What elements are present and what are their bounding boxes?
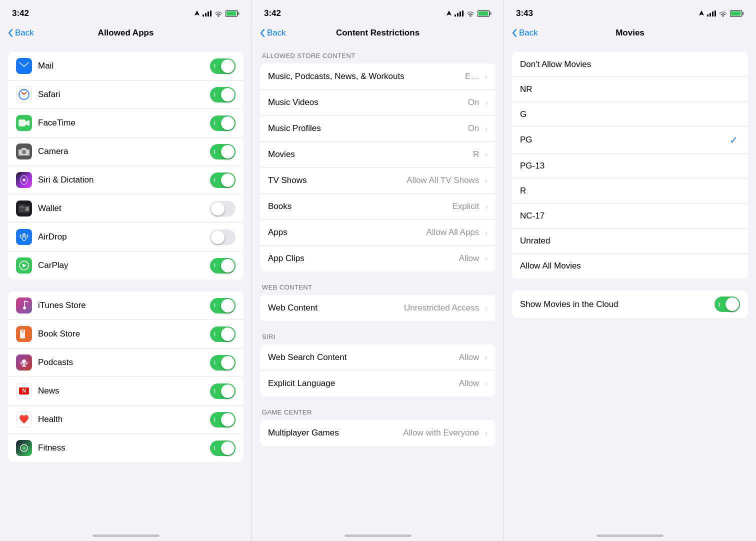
back-chevron-3 [512,29,517,37]
web-content-list: Web Content Unrestricted Access › [260,295,496,321]
core-apps-list: Mail I Safari I [8,52,244,280]
music-profiles-label: Music Profiles [268,124,468,134]
facetime-toggle[interactable]: I [210,116,236,131]
svg-rect-36 [490,12,492,15]
airdrop-toggle[interactable] [210,230,236,245]
list-item[interactable]: TV Shows Allow All TV Shows › [260,168,496,194]
siri-list: Web Search Content Allow › Explicit Lang… [260,344,496,396]
list-item[interactable]: Music Videos On › [260,90,496,116]
mail-label: Mail [38,61,210,71]
list-item: Wallet [8,194,244,223]
mail-icon [16,58,32,74]
news-toggle[interactable]: I [210,384,236,399]
allow-all-label: Allow All Movies [520,261,740,271]
apps-value: Allow All Apps [426,228,479,238]
list-item[interactable]: Music, Podcasts, News, & Workouts E… › [260,64,496,90]
back-chevron-2 [260,29,265,37]
svg-rect-40 [712,12,714,16]
health-toggle[interactable]: I [210,412,236,428]
back-button-1[interactable]: Back [8,28,34,38]
list-item[interactable]: R [512,178,748,204]
content-2: ALLOWED STORE CONTENT Music, Podcasts, N… [252,44,504,524]
store-content-list: Music, Podcasts, News, & Workouts E… › M… [260,64,496,272]
signal-icon-1 [202,10,212,16]
airdrop-label: AirDrop [38,232,210,242]
r-label: R [520,186,740,196]
fitness-toggle[interactable]: I [210,440,236,456]
status-bar-1: 3:42 [0,0,252,22]
cloud-toggle[interactable]: I [714,296,740,312]
status-time-1: 3:42 [12,8,29,18]
apps-label: Apps [268,228,426,238]
list-item[interactable]: Apps Allow All Apps › [260,220,496,246]
web-content-value: Unrestricted Access [404,303,479,313]
svg-rect-18 [20,206,24,208]
back-button-2[interactable]: Back [260,28,286,38]
chevron-icon: › [485,150,488,158]
list-item[interactable]: PG-13 [512,154,748,178]
siri-icon [16,172,32,188]
wallet-toggle[interactable] [210,201,236,216]
ratings-group: Don't Allow Movies NR G PG ✓ PG-13 R [504,52,756,278]
list-item: Safari I [8,80,244,109]
back-label-3: Back [519,28,538,38]
list-item[interactable]: NC-17 [512,204,748,228]
chevron-icon: › [485,380,488,388]
podcasts-icon [16,354,32,370]
unrated-label: Unrated [520,236,740,246]
books-toggle[interactable]: I [210,326,236,342]
list-item[interactable]: Multiplayer Games Allow with Everyone › [260,420,496,446]
allowed-store-group: ALLOWED STORE CONTENT Music, Podcasts, N… [252,52,504,272]
music-profiles-value: On [468,124,480,134]
movies-panel: 3:43 Back Movies [504,0,756,541]
back-button-3[interactable]: Back [512,28,538,38]
battery-icon-3 [730,10,744,17]
list-item[interactable]: PG ✓ [512,127,748,154]
back-label-2: Back [267,28,286,38]
fitness-symbol [18,442,30,454]
health-label: Health [38,414,210,424]
list-item[interactable]: NR [512,77,748,102]
list-item[interactable]: Web Search Content Allow › [260,344,496,370]
svg-rect-32 [457,13,458,16]
list-item[interactable]: G [512,102,748,127]
list-item[interactable]: Books Explicit › [260,194,496,220]
list-item[interactable]: Web Content Unrestricted Access › [260,295,496,321]
camera-toggle[interactable]: I [210,144,236,160]
cloud-list: Show Movies in the Cloud I [512,290,748,318]
mail-toggle[interactable]: I [210,58,236,74]
svg-rect-5 [238,12,240,15]
carplay-toggle[interactable]: I [210,258,236,274]
tv-shows-label: TV Shows [268,176,406,186]
g-label: G [520,110,740,120]
chevron-icon: › [485,228,488,236]
safari-toggle[interactable]: I [210,87,236,102]
list-item[interactable]: Allow All Movies [512,254,748,278]
airdrop-symbol [19,232,29,242]
list-item[interactable]: Don't Allow Movies [512,52,748,77]
battery-icon-1 [226,10,240,17]
podcasts-toggle[interactable]: I [210,355,236,370]
store-apps-list: iTunes Store I Book Store I [8,292,244,462]
svg-rect-23 [21,330,24,332]
pg13-label: PG-13 [520,161,740,171]
facetime-symbol [18,119,30,127]
list-item[interactable]: Explicit Language Allow › [260,370,496,396]
siri-toggle[interactable]: I [210,172,236,188]
list-item: Podcasts I [8,348,244,377]
list-item: Book Store I [8,320,244,348]
svg-point-25 [22,360,26,364]
signal-icon-2 [454,10,464,16]
cloud-label: Show Movies in the Cloud [520,300,714,310]
list-item: Mail I [8,52,244,80]
svg-rect-38 [707,14,708,16]
list-item[interactable]: Music Profiles On › [260,116,496,142]
news-label: News [38,386,210,396]
list-item[interactable]: Unrated [512,228,748,254]
list-item[interactable]: Movies R › [260,142,496,168]
svg-rect-16 [26,207,29,211]
itunes-toggle[interactable]: I [210,298,236,314]
web-content-label: WEB CONTENT [252,284,504,295]
list-item[interactable]: App Clips Allow › [260,246,496,272]
camera-icon [16,144,32,160]
